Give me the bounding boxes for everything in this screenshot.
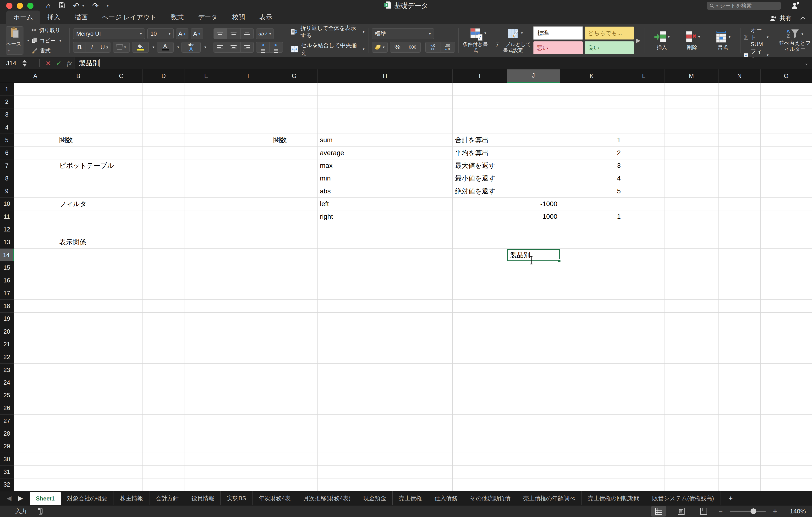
grid-cell-B11[interactable]	[57, 210, 100, 223]
ribbon-tab-ホーム[interactable]: ホーム	[6, 10, 40, 24]
grid-cell-F32[interactable]	[228, 479, 271, 491]
grid-cell-A4[interactable]	[14, 121, 57, 134]
grid-cell-C25[interactable]	[100, 389, 143, 402]
grid-cell-L14[interactable]	[624, 249, 665, 262]
grid-cell-L24[interactable]	[624, 376, 665, 389]
grid-cell-F31[interactable]	[228, 466, 271, 478]
grid-cell-G26[interactable]	[271, 402, 318, 414]
grid-cell-F5[interactable]	[228, 134, 271, 146]
grid-cell-A22[interactable]	[14, 351, 57, 363]
grid-cell-O1[interactable]	[761, 83, 812, 96]
format-painter-button[interactable]: 書式	[32, 47, 61, 54]
grid-cell-M13[interactable]	[665, 236, 719, 249]
grid-cell-F20[interactable]	[228, 325, 271, 338]
grid-cell-B1[interactable]	[57, 83, 100, 96]
row-header-4[interactable]: 4	[0, 121, 14, 134]
grid-cell-I2[interactable]	[453, 96, 507, 108]
grid-cell-K5[interactable]: 1	[560, 134, 624, 146]
grid-cell-F23[interactable]	[228, 363, 271, 376]
grid-cell-J3[interactable]	[507, 108, 560, 121]
grid-cell-H5[interactable]: sum	[318, 134, 453, 146]
grid-cell-I32[interactable]	[453, 479, 507, 491]
grid-cell-F24[interactable]	[228, 376, 271, 389]
add-sheet-button[interactable]: +	[720, 491, 741, 505]
grid-cell-N17[interactable]	[719, 287, 761, 300]
column-header-M[interactable]: M	[665, 70, 719, 83]
row-header-21[interactable]: 21	[0, 338, 14, 351]
grid-cell-G11[interactable]	[271, 210, 318, 223]
grid-cell-E20[interactable]	[185, 325, 228, 338]
row-header-14[interactable]: 14	[0, 249, 14, 262]
name-box[interactable]: J14	[0, 57, 36, 69]
grid-cell-C24[interactable]	[100, 376, 143, 389]
grid-cell-M12[interactable]	[665, 223, 719, 236]
format-cells-dropdown-icon[interactable]: ▾	[729, 34, 731, 40]
sheet-tab-販管システム(債権残高)[interactable]: 販管システム(債権残高)	[646, 491, 720, 505]
grid-cell-C31[interactable]	[100, 466, 143, 478]
grid-cell-B8[interactable]	[57, 172, 100, 185]
grid-cell-A6[interactable]	[14, 147, 57, 159]
grid-cell-M6[interactable]	[665, 147, 719, 159]
grid-cell-L21[interactable]	[624, 338, 665, 351]
autosum-button[interactable]: Σ オート SUM ▾	[744, 26, 768, 48]
grid-cell-E29[interactable]	[185, 440, 228, 453]
grid-cell-D25[interactable]	[143, 389, 185, 402]
grid-cell-M5[interactable]	[665, 134, 719, 146]
row-header-29[interactable]: 29	[0, 440, 14, 453]
grid-cell-J21[interactable]	[507, 338, 560, 351]
grid-cell-N23[interactable]	[719, 363, 761, 376]
grid-cell-D30[interactable]	[143, 453, 185, 466]
font-color-button[interactable]: A	[157, 42, 174, 53]
grid-cell-F28[interactable]	[228, 427, 271, 440]
grid-cell-C32[interactable]	[100, 479, 143, 491]
grid-cell-N8[interactable]	[719, 172, 761, 185]
grid-cell-O15[interactable]	[761, 262, 812, 274]
grid-cell-J6[interactable]	[507, 147, 560, 159]
grid-cell-F19[interactable]	[228, 312, 271, 325]
grid-cell-L30[interactable]	[624, 453, 665, 466]
grid-cell-O6[interactable]	[761, 147, 812, 159]
grid-cell-D27[interactable]	[143, 414, 185, 427]
sheet-tab-仕入債務[interactable]: 仕入債務	[428, 491, 464, 505]
grid-cell-D5[interactable]	[143, 134, 185, 146]
grid-cell-G1[interactable]	[271, 83, 318, 96]
grid-cell-I7[interactable]: 最大値を返す	[453, 159, 507, 172]
grid-cell-M21[interactable]	[665, 338, 719, 351]
grid-cell-M16[interactable]	[665, 274, 719, 287]
grid-cell-G21[interactable]	[271, 338, 318, 351]
grid-cell-J4[interactable]	[507, 121, 560, 134]
grid-cell-H14[interactable]	[318, 249, 453, 262]
grid-cell-F2[interactable]	[228, 96, 271, 108]
grid-cell-L1[interactable]	[624, 83, 665, 96]
grid-cell-K32[interactable]	[560, 479, 624, 491]
comma-style-button[interactable]: 000	[405, 42, 420, 53]
formula-input[interactable]: 製品別	[75, 57, 812, 69]
row-header-9[interactable]: 9	[0, 185, 14, 198]
grid-cell-A17[interactable]	[14, 287, 57, 300]
grid-cell-B10[interactable]: フィルタ	[57, 198, 100, 210]
borders-dropdown-icon[interactable]: ▾	[124, 45, 126, 49]
grid-cell-G18[interactable]	[271, 300, 318, 312]
column-header-A[interactable]: A	[14, 70, 57, 83]
cell-style-良い[interactable]: 良い	[585, 42, 634, 54]
grid-cell-J22[interactable]	[507, 351, 560, 363]
decrease-indent-button[interactable]: ◂	[256, 42, 269, 53]
grid-cell-M17[interactable]	[665, 287, 719, 300]
grid-cell-B32[interactable]	[57, 479, 100, 491]
grid-cell-I20[interactable]	[453, 325, 507, 338]
grid-cell-N18[interactable]	[719, 300, 761, 312]
grid-cell-O23[interactable]	[761, 363, 812, 376]
grid-cell-A24[interactable]	[14, 376, 57, 389]
grid-cell-N20[interactable]	[719, 325, 761, 338]
grid-cell-O21[interactable]	[761, 338, 812, 351]
grid-cell-C16[interactable]	[100, 274, 143, 287]
increase-indent-button[interactable]: ▸	[269, 42, 283, 53]
grid-cell-I9[interactable]: 絶対値を返す	[453, 185, 507, 198]
fill-dropdown-icon[interactable]: ▾	[767, 53, 769, 57]
grid-cell-I1[interactable]	[453, 83, 507, 96]
grid-cell-A16[interactable]	[14, 274, 57, 287]
grid-cell-A8[interactable]	[14, 172, 57, 185]
grid-cell-D26[interactable]	[143, 402, 185, 414]
grid-cell-A5[interactable]	[14, 134, 57, 146]
grid-cell-H19[interactable]	[318, 312, 453, 325]
